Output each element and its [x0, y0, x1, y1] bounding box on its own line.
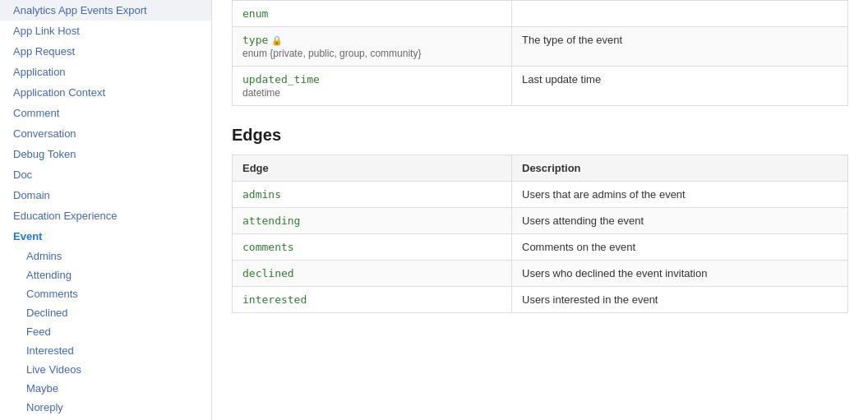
field-type-updated-time: datetime — [242, 87, 501, 99]
sidebar-sub-declined[interactable]: Declined — [0, 303, 211, 322]
sidebar-sub-live-videos[interactable]: Live Videos — [0, 360, 211, 379]
edge-name: declined — [242, 267, 294, 279]
edge-name: interested — [242, 293, 307, 306]
edge-description: Users attending the event — [512, 208, 848, 234]
main-content: enum type 🔒 enum {private, public, group… — [212, 0, 868, 420]
edge-description: Users that are admins of the event — [512, 182, 848, 208]
table-row: declined Users who declined the event in… — [233, 261, 848, 287]
edges-col-edge: Edge — [233, 155, 512, 182]
edge-description: Users interested in the event — [512, 287, 848, 313]
sidebar: Analytics App Events Export App Link Hos… — [0, 0, 212, 420]
field-name-type: type — [242, 34, 268, 46]
table-row: interested Users interested in the event — [233, 287, 848, 313]
sidebar-item-application-context[interactable]: Application Context — [0, 82, 211, 103]
field-name-updated-time: updated_time — [242, 73, 320, 85]
sidebar-item-event[interactable]: Event — [0, 226, 211, 247]
sidebar-item-doc[interactable]: Doc — [0, 164, 211, 185]
sidebar-item-domain[interactable]: Domain — [0, 185, 211, 205]
edges-table: Edge Description admins Users that are a… — [232, 155, 848, 313]
sidebar-item-education-experience[interactable]: Education Experience — [0, 205, 211, 226]
fields-table: enum type 🔒 enum {private, public, group… — [232, 0, 848, 106]
sidebar-sub-feed[interactable]: Feed — [0, 322, 211, 341]
lock-icon: 🔒 — [271, 35, 283, 45]
edge-name: comments — [242, 241, 294, 253]
edges-table-header-row: Edge Description — [233, 155, 848, 182]
sidebar-item-comment[interactable]: Comment — [0, 103, 211, 123]
sidebar-sub-noreply[interactable]: Noreply — [0, 398, 211, 417]
sidebar-sub-attending[interactable]: Attending — [0, 265, 211, 284]
sidebar-sub-admins[interactable]: Admins — [0, 247, 211, 265]
sidebar-sub-maybe[interactable]: Maybe — [0, 379, 211, 398]
table-row: enum — [233, 1, 848, 27]
sidebar-sub-comments[interactable]: Comments — [0, 284, 211, 303]
field-description-updated-time: Last update time — [512, 67, 848, 106]
sidebar-item-app-request[interactable]: App Request — [0, 41, 211, 62]
field-description-type: The type of the event — [512, 27, 848, 67]
edge-name: attending — [242, 215, 300, 227]
table-row: comments Comments on the event — [233, 234, 848, 261]
field-name-enum: enum — [242, 7, 268, 20]
field-description-enum — [512, 1, 848, 27]
table-row: attending Users attending the event — [233, 208, 848, 234]
table-row: updated_time datetime Last update time — [233, 67, 848, 106]
sidebar-item-conversation[interactable]: Conversation — [0, 123, 211, 144]
edge-name: admins — [242, 188, 281, 201]
edge-description: Comments on the event — [512, 234, 848, 261]
sidebar-item-debug-token[interactable]: Debug Token — [0, 144, 211, 164]
field-type-type: enum {private, public, group, community} — [242, 48, 501, 59]
sidebar-item-analytics-app-events-export[interactable]: Analytics App Events Export — [0, 0, 211, 21]
edges-col-description: Description — [512, 155, 848, 182]
sidebar-sub-interested[interactable]: Interested — [0, 341, 211, 360]
edge-description: Users who declined the event invitation — [512, 261, 848, 287]
edges-heading: Edges — [232, 126, 848, 145]
sidebar-item-application[interactable]: Application — [0, 62, 211, 82]
sidebar-item-app-link-host[interactable]: App Link Host — [0, 21, 211, 41]
table-row: type 🔒 enum {private, public, group, com… — [233, 27, 848, 67]
table-row: admins Users that are admins of the even… — [233, 182, 848, 208]
